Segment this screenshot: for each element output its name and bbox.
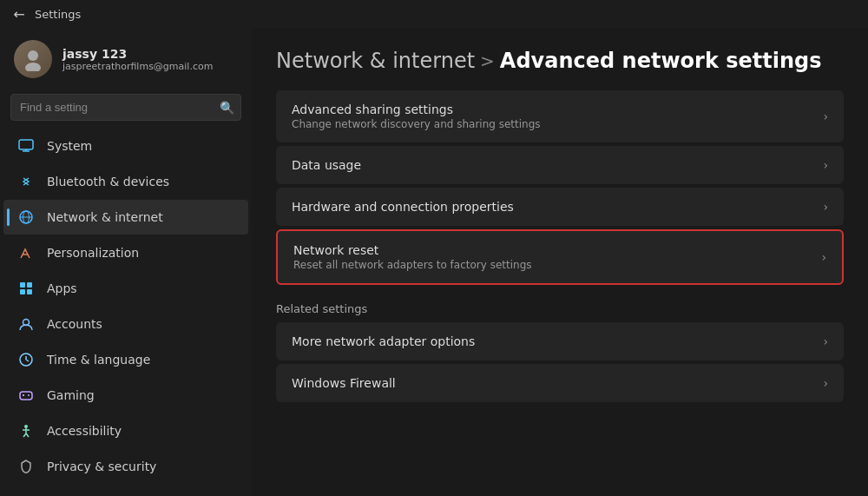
nav-label-bluetooth: Bluetooth & devices xyxy=(47,175,169,188)
setting-title-network-reset: Network reset xyxy=(293,243,532,257)
sidebar-item-accessibility[interactable]: Accessibility xyxy=(3,413,248,448)
nav-label-apps: Apps xyxy=(47,281,77,295)
accounts-icon xyxy=(17,315,35,333)
svg-rect-10 xyxy=(20,289,25,294)
settings-list: Advanced sharing settingsChange network … xyxy=(252,90,868,402)
setting-row-advanced-sharing[interactable]: Advanced sharing settingsChange network … xyxy=(276,90,844,142)
setting-row-data-usage[interactable]: Data usage› xyxy=(276,146,844,184)
setting-text-network-reset: Network resetReset all network adapters … xyxy=(293,243,532,271)
setting-text-hardware-connection: Hardware and connection properties xyxy=(292,200,514,214)
sidebar-item-personalization[interactable]: Personalization xyxy=(3,235,248,270)
nav-label-gaming: Gaming xyxy=(47,388,95,402)
nav-container: System Bluetooth & devices Network & int… xyxy=(0,128,252,485)
search-input[interactable] xyxy=(10,94,241,121)
user-profile[interactable]: jassy 123 jaspreetrathorfilms@gmail.com xyxy=(0,28,252,90)
nav-label-accessibility: Accessibility xyxy=(47,424,122,438)
sidebar-item-privacy[interactable]: Privacy & security xyxy=(3,449,248,484)
related-title-more-adapters: More network adapter options xyxy=(292,334,475,348)
setting-title-hardware-connection: Hardware and connection properties xyxy=(292,200,514,214)
avatar xyxy=(14,40,52,78)
main-layout: jassy 123 jaspreetrathorfilms@gmail.com … xyxy=(0,28,868,496)
sidebar-item-accounts[interactable]: Accounts xyxy=(3,307,248,341)
svg-line-15 xyxy=(26,360,29,361)
breadcrumb-separator: > xyxy=(480,50,495,71)
back-button[interactable]: ← xyxy=(10,5,28,23)
related-arrow-windows-firewall: › xyxy=(823,376,828,390)
sidebar-item-gaming[interactable]: Gaming xyxy=(3,378,248,413)
setting-row-network-reset[interactable]: Network resetReset all network adapters … xyxy=(276,229,844,285)
svg-rect-9 xyxy=(27,282,32,288)
sidebar-item-bluetooth[interactable]: Bluetooth & devices xyxy=(3,164,248,199)
breadcrumb: Network & internet > Advanced network se… xyxy=(276,49,844,73)
content-area: Network & internet > Advanced network se… xyxy=(252,28,868,496)
time-icon xyxy=(17,351,35,368)
bluetooth-icon xyxy=(17,173,35,190)
user-email: jaspreetrathorfilms@gmail.com xyxy=(62,61,213,72)
svg-rect-11 xyxy=(27,289,32,294)
setting-text-advanced-sharing: Advanced sharing settingsChange network … xyxy=(292,103,541,130)
page-header: Network & internet > Advanced network se… xyxy=(252,28,868,90)
sidebar-item-time[interactable]: Time & language xyxy=(3,342,248,377)
titlebar-title: Settings xyxy=(35,8,81,21)
setting-arrow-advanced-sharing: › xyxy=(823,109,828,123)
nav-label-privacy: Privacy & security xyxy=(47,460,156,473)
nav-label-accounts: Accounts xyxy=(47,317,102,331)
search-box: 🔍 xyxy=(10,94,241,121)
setting-title-data-usage: Data usage xyxy=(292,158,361,172)
sidebar-item-apps[interactable]: Apps xyxy=(3,271,248,306)
privacy-icon xyxy=(17,458,35,475)
apps-icon xyxy=(17,280,35,297)
sidebar-item-system[interactable]: System xyxy=(3,129,248,163)
nav-label-time: Time & language xyxy=(47,353,150,367)
related-text-more-adapters: More network adapter options xyxy=(292,334,475,348)
system-icon xyxy=(17,137,35,155)
related-text-windows-firewall: Windows Firewall xyxy=(292,376,396,390)
nav-label-system: System xyxy=(47,139,92,153)
svg-point-20 xyxy=(24,425,28,428)
nav-label-network: Network & internet xyxy=(47,210,163,224)
setting-arrow-data-usage: › xyxy=(823,158,828,172)
svg-point-0 xyxy=(28,50,38,61)
setting-row-hardware-connection[interactable]: Hardware and connection properties› xyxy=(276,188,844,226)
network-icon xyxy=(17,208,35,226)
related-settings-label: Related settings xyxy=(276,288,844,322)
settings-items-container: Advanced sharing settingsChange network … xyxy=(276,90,844,285)
nav-label-personalization: Personalization xyxy=(47,246,139,260)
svg-rect-16 xyxy=(20,392,32,400)
svg-point-1 xyxy=(25,63,41,71)
accessibility-icon xyxy=(17,422,35,440)
search-icon: 🔍 xyxy=(220,101,234,115)
user-info: jassy 123 jaspreetrathorfilms@gmail.com xyxy=(62,47,213,72)
setting-arrow-network-reset: › xyxy=(821,250,826,264)
sidebar-item-network[interactable]: Network & internet xyxy=(3,200,248,235)
titlebar: ← Settings xyxy=(0,0,868,28)
user-name: jassy 123 xyxy=(62,47,213,61)
svg-rect-2 xyxy=(19,140,33,149)
svg-point-19 xyxy=(28,394,30,396)
svg-line-24 xyxy=(26,433,29,437)
breadcrumb-current: Advanced network settings xyxy=(500,49,822,73)
setting-title-advanced-sharing: Advanced sharing settings xyxy=(292,103,541,116)
svg-rect-8 xyxy=(20,282,25,288)
setting-arrow-hardware-connection: › xyxy=(823,200,828,214)
related-items-container: More network adapter options › Windows F… xyxy=(276,322,844,402)
setting-subtitle-network-reset: Reset all network adapters to factory se… xyxy=(293,259,532,271)
breadcrumb-parent: Network & internet xyxy=(276,49,475,73)
sidebar: jassy 123 jaspreetrathorfilms@gmail.com … xyxy=(0,28,252,496)
gaming-icon xyxy=(17,387,35,404)
personalization-icon xyxy=(17,244,35,261)
related-title-windows-firewall: Windows Firewall xyxy=(292,376,396,390)
related-arrow-more-adapters: › xyxy=(823,334,828,348)
setting-subtitle-advanced-sharing: Change network discovery and sharing set… xyxy=(292,118,541,130)
related-row-windows-firewall[interactable]: Windows Firewall › xyxy=(276,364,844,402)
setting-text-data-usage: Data usage xyxy=(292,158,361,172)
related-row-more-adapters[interactable]: More network adapter options › xyxy=(276,322,844,360)
